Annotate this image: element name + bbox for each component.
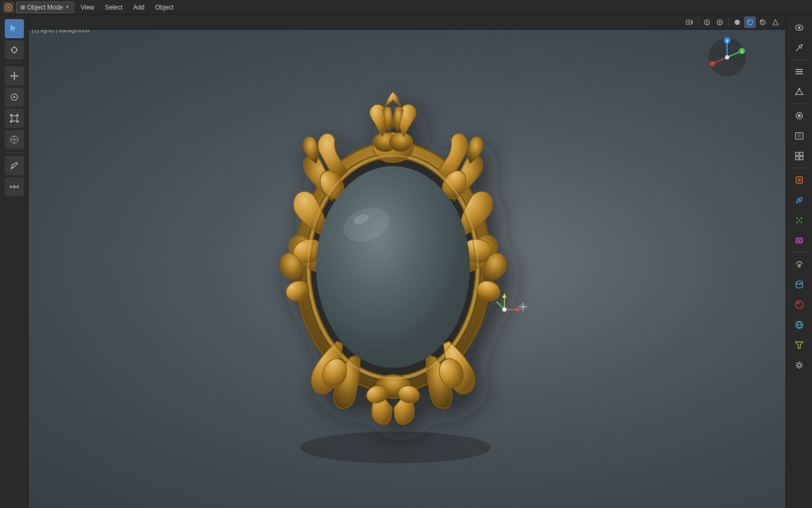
scale-tool-btn[interactable] — [5, 109, 24, 128]
svg-point-115 — [796, 281, 802, 284]
rsb-data-btn[interactable] — [790, 275, 809, 294]
viewport-header-icons — [684, 16, 781, 28]
material-icon — [794, 300, 804, 309]
svg-marker-30 — [692, 21, 693, 24]
cursor-tool-btn[interactable] — [5, 40, 24, 59]
tools-icon — [794, 43, 804, 53]
rsb-view2-btn[interactable] — [790, 147, 809, 166]
viewport-overlay-icon[interactable] — [701, 16, 713, 28]
scene-icon — [794, 87, 804, 97]
shading-solid-icon — [734, 19, 741, 26]
svg-rect-28 — [13, 185, 15, 188]
object-props-icon — [794, 175, 804, 185]
rsb-properties-btn[interactable] — [790, 62, 809, 81]
viewport-shading-solid[interactable] — [731, 16, 743, 28]
viewport-shading-eevee[interactable] — [770, 16, 781, 28]
svg-marker-11 — [13, 79, 15, 80]
svg-rect-20 — [16, 120, 19, 123]
rsb-world-btn[interactable] — [790, 315, 809, 334]
rsb-output-btn[interactable] — [790, 126, 809, 145]
rotate-icon — [10, 92, 19, 102]
svg-point-38 — [748, 20, 750, 22]
rsb-view-btn[interactable] — [790, 18, 809, 37]
svg-point-36 — [735, 20, 740, 25]
svg-rect-19 — [10, 120, 12, 123]
rsb-scene-btn[interactable] — [790, 82, 809, 101]
vh-sep2 — [728, 18, 729, 27]
svg-point-85 — [710, 61, 715, 66]
eye-icon — [794, 23, 804, 32]
rsb-divider-3 — [791, 168, 807, 168]
svg-point-31 — [688, 21, 690, 23]
menu-object[interactable]: Object — [151, 3, 178, 12]
svg-point-92 — [798, 88, 800, 90]
svg-point-109 — [800, 222, 802, 223]
rsb-divider-1 — [791, 59, 807, 60]
rsb-constraint-btn[interactable] — [790, 255, 809, 274]
annotate-tool-btn[interactable] — [5, 156, 24, 175]
viewport[interactable]: User Perspective (1) lights | background — [0, 15, 785, 508]
svg-rect-98 — [796, 152, 799, 156]
blender-logo — [3, 2, 14, 13]
rsb-physics-btn[interactable] — [790, 231, 809, 250]
transform-icon — [10, 135, 19, 144]
svg-point-40 — [760, 20, 762, 22]
svg-point-108 — [796, 222, 798, 223]
rsb-render-btn[interactable] — [790, 106, 809, 125]
svg-point-86 — [725, 55, 729, 59]
svg-point-61 — [316, 166, 470, 368]
viewport-header — [29, 15, 785, 30]
rsb-material-btn[interactable] — [790, 295, 809, 314]
rsb-object-props-btn[interactable] — [790, 170, 809, 190]
viewport-gizmo-icon[interactable] — [714, 16, 726, 28]
rsb-particle-btn[interactable] — [790, 211, 809, 230]
scale-icon — [10, 114, 19, 123]
svg-rect-95 — [796, 133, 803, 139]
cursor-arrow-icon — [10, 24, 19, 33]
svg-rect-101 — [800, 157, 803, 160]
svg-point-49 — [389, 133, 413, 152]
svg-rect-17 — [10, 114, 12, 116]
orientation-gizmo[interactable]: Z Y — [706, 36, 748, 79]
svg-marker-72 — [502, 294, 507, 298]
mode-dropdown-arrow: ▼ — [65, 5, 69, 10]
rotate-tool-btn[interactable] — [5, 88, 24, 107]
rsb-filter-btn[interactable] — [790, 335, 809, 355]
svg-rect-100 — [796, 157, 799, 160]
view2-icon — [794, 151, 804, 161]
select-tool-btn[interactable] — [5, 19, 24, 38]
svg-text:Y: Y — [740, 49, 744, 54]
viewport-shading-material[interactable] — [744, 16, 756, 28]
top-ornament — [370, 92, 416, 162]
svg-point-107 — [798, 220, 800, 221]
viewport-camera-icon[interactable] — [684, 16, 695, 28]
shading-material-icon — [746, 19, 754, 26]
svg-rect-90 — [796, 71, 803, 72]
svg-point-69 — [502, 307, 507, 312]
rsb-modifier-btn[interactable] — [790, 191, 809, 210]
rsb-tools-btn[interactable] — [790, 38, 809, 57]
toolbar-divider-2 — [6, 152, 22, 153]
menu-view[interactable]: View — [76, 3, 99, 12]
menu-select[interactable]: Select — [101, 3, 127, 12]
shading-rendered-icon — [759, 19, 766, 26]
camera-icon — [686, 19, 693, 26]
svg-point-43 — [300, 432, 491, 463]
move-tool-btn[interactable] — [5, 66, 24, 85]
transform-tool-btn[interactable] — [5, 130, 24, 149]
measure-tool-btn[interactable] — [5, 177, 24, 196]
annotate-icon — [10, 161, 19, 170]
svg-point-105 — [796, 218, 798, 219]
svg-point-15 — [13, 96, 15, 98]
viewport-shading-rendered[interactable] — [757, 16, 769, 28]
svg-rect-103 — [798, 178, 801, 182]
menu-add[interactable]: Add — [129, 3, 149, 12]
mode-selector[interactable]: Object Mode ▼ — [16, 2, 74, 13]
svg-text:Z: Z — [726, 39, 729, 44]
svg-point-1 — [7, 6, 10, 8]
mirror-svg — [245, 49, 542, 474]
filter-icon — [794, 340, 804, 350]
svg-marker-13 — [17, 75, 19, 77]
left-toolbar — [0, 15, 29, 508]
rsb-settings-btn[interactable] — [790, 356, 809, 375]
